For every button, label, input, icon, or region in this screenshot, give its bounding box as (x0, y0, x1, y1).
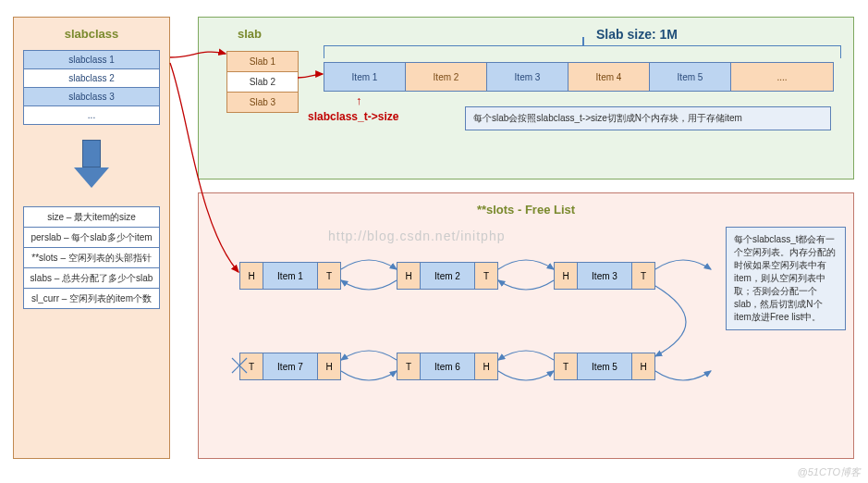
size-label: slabclass_t->size (308, 110, 398, 123)
freelist-node: TItem 6H (397, 353, 498, 380)
slab-row: Slab 1 (227, 52, 298, 72)
freelist-note: 每个slabclass_t都会有一个空闲列表。内存分配的时候如果空闲列表中有it… (726, 227, 846, 330)
node-tail: T (318, 263, 340, 289)
slab-size-title: Slab size: 1M (596, 27, 678, 42)
field-row: size – 最大item的size (24, 207, 159, 228)
item-cell: .... (731, 63, 833, 91)
pointer-up-icon: ↑ (356, 93, 362, 107)
node-head: H (318, 353, 340, 379)
arrow-down-icon (74, 140, 109, 192)
node-head: H (240, 263, 263, 289)
node-tail: T (397, 353, 420, 379)
slabclass-row: slabclass 2 (24, 69, 159, 88)
item-cell: Item 2 (406, 63, 487, 91)
node-head: H (397, 263, 420, 289)
slabclass-row: slabclass 1 (24, 51, 159, 69)
freelist-panel: **slots - Free List http://blog.csdn.net… (198, 192, 854, 459)
slabclass-fields: size – 最大item的size perslab – 每个slab多少个it… (23, 206, 160, 309)
node-tail: T (240, 353, 263, 379)
node-body: Item 6 (420, 353, 475, 379)
field-row: **slots – 空闲列表的头部指针 (24, 248, 159, 268)
freelist-node: TItem 7H (239, 353, 341, 380)
slab-row: Slab 3 (227, 93, 298, 112)
slab-title: slab (238, 27, 262, 41)
item-cell: Item 4 (568, 63, 650, 91)
field-row: sl_curr – 空闲列表的item个数 (24, 289, 159, 308)
node-head: H (632, 353, 654, 379)
slabclass-title: slabclass (23, 27, 160, 41)
slab-note: 每个slab会按照slabclass_t->size切割成N个内存块，用于存储i… (465, 106, 831, 130)
freelist-node: TItem 5H (554, 353, 655, 380)
freelist-title: **slots - Free List (208, 203, 844, 217)
item-row: Item 1 Item 2 Item 3 Item 4 Item 5 .... (324, 62, 834, 92)
node-body: Item 3 (577, 263, 632, 289)
node-tail: T (632, 263, 654, 289)
slab-row: Slab 2 (227, 72, 298, 93)
node-body: Item 1 (263, 263, 318, 289)
node-tail: T (475, 263, 497, 289)
item-cell: Item 3 (487, 63, 568, 91)
slabclass-row: ... (24, 106, 159, 124)
field-row: perslab – 每个slab多少个item (24, 228, 159, 248)
slabclass-list: slabclass 1 slabclass 2 slabclass 3 ... (23, 50, 160, 125)
freelist-node: HItem 3T (554, 262, 655, 290)
field-row: slabs – 总共分配了多少个slab (24, 268, 159, 289)
freelist-node: HItem 2T (397, 262, 498, 290)
slab-list: Slab 1 Slab 2 Slab 3 (226, 51, 299, 113)
node-body: Item 7 (263, 353, 318, 379)
node-body: Item 2 (420, 263, 475, 289)
slabclass-row: slabclass 3 (24, 88, 159, 106)
size-bracket-icon (324, 45, 841, 58)
slabclass-panel: slabclass slabclass 1 slabclass 2 slabcl… (13, 17, 170, 459)
node-head: H (555, 263, 577, 289)
footer-watermark: @51CTO博客 (798, 465, 861, 479)
freelist-node: HItem 1T (239, 262, 341, 290)
node-head: H (475, 353, 497, 379)
node-body: Item 5 (577, 353, 632, 379)
watermark-text: http://blog.csdn.net/initphp (328, 229, 505, 243)
item-cell: Item 1 (324, 63, 406, 91)
item-cell: Item 5 (650, 63, 731, 91)
node-tail: T (555, 353, 577, 379)
slab-panel: slab Slab size: 1M Slab 1 Slab 2 Slab 3 … (198, 17, 854, 180)
